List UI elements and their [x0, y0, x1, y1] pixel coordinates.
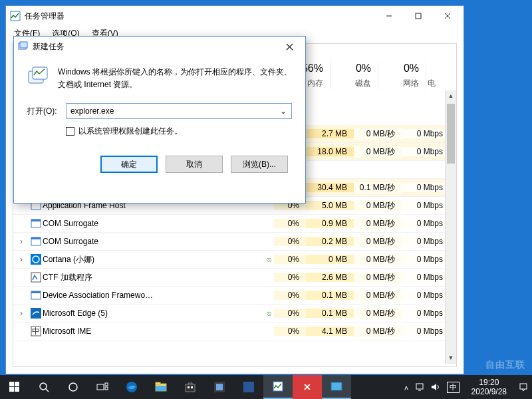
disk-cell: 0 MB/秒 [354, 308, 402, 319]
process-name: COM Surrogate [43, 237, 263, 246]
dialog-titlebar[interactable]: 新建任务 [14, 37, 305, 57]
minimize-button[interactable] [374, 7, 404, 25]
svg-rect-20 [20, 42, 27, 48]
chevron-down-icon[interactable]: ⌄ [278, 106, 289, 116]
svg-rect-15 [31, 291, 41, 293]
process-name: COM Surrogate [43, 219, 263, 228]
network-cell: 0 Mbps [402, 237, 450, 246]
svg-rect-45 [273, 382, 283, 391]
taskbar-taskmgr-icon[interactable] [263, 375, 293, 399]
process-icon [29, 308, 43, 319]
tray-notifications-icon[interactable] [519, 382, 528, 392]
search-button[interactable] [29, 375, 59, 399]
header-network[interactable]: 0% 网络 [378, 61, 426, 90]
scroll-down-icon[interactable]: ▼ [446, 352, 456, 364]
taskbar-explorer2-icon[interactable] [322, 375, 351, 399]
process-name: Microsoft Edge (5) [43, 309, 263, 318]
svg-rect-41 [191, 386, 193, 388]
svg-rect-50 [520, 384, 527, 389]
svg-line-30 [46, 389, 49, 392]
scroll-thumb[interactable] [447, 104, 455, 164]
process-icon [29, 236, 43, 247]
svg-rect-10 [31, 237, 41, 239]
network-cell: 0 Mbps [402, 309, 450, 318]
taskbar-close-app-icon[interactable]: ✕ [293, 375, 322, 399]
taskbar-app2-icon[interactable] [234, 375, 263, 399]
tray-ime-indicator[interactable]: 中 [447, 382, 460, 393]
network-cell: 0 Mbps [402, 147, 450, 156]
taskbar-store-icon[interactable] [176, 375, 205, 399]
tray-network-icon[interactable] [415, 382, 424, 392]
dialog-close-button[interactable] [275, 37, 304, 56]
leaf-icon: ⍉ [263, 309, 274, 318]
scroll-up-icon[interactable]: ▲ [446, 90, 456, 102]
network-cell: 0 Mbps [402, 327, 450, 336]
svg-rect-46 [331, 382, 342, 390]
network-cell: 0 Mbps [402, 291, 450, 300]
svg-rect-44 [243, 382, 254, 392]
table-row[interactable]: ›COM Surrogate0%0.2 MB0 MB/秒0 Mbps [13, 233, 450, 251]
process-name: CTF 加载程序 [43, 272, 263, 283]
table-row[interactable]: ›Cortana (小娜)⍉0%0 MB0 MB/秒0 Mbps [13, 251, 450, 269]
svg-rect-32 [97, 384, 104, 390]
network-cell: 0 Mbps [402, 201, 450, 210]
maximize-button[interactable] [404, 7, 433, 25]
tray-overflow-icon[interactable]: ʌ [404, 384, 408, 391]
start-button[interactable] [0, 375, 29, 399]
expand-icon[interactable]: › [13, 309, 29, 318]
disk-cell: 0 MB/秒 [354, 236, 402, 247]
header-power[interactable]: 电 [426, 61, 438, 90]
disk-cell: 0.1 MB/秒 [354, 182, 402, 194]
titlebar[interactable]: 任务管理器 [6, 6, 464, 26]
cortana-button[interactable] [59, 375, 88, 399]
expand-icon[interactable]: › [13, 237, 29, 246]
disk-cell: 0 MB/秒 [354, 200, 402, 211]
process-name: Device Association Framewo… [43, 291, 263, 300]
svg-rect-43 [216, 384, 223, 390]
tray-volume-icon[interactable] [431, 382, 440, 392]
process-name: Microsoft IME [43, 327, 263, 336]
memory-cell: 0.2 MB [306, 237, 354, 246]
memory-cell: 0.1 MB [306, 309, 354, 318]
svg-point-29 [40, 383, 47, 390]
svg-rect-34 [105, 387, 108, 390]
process-icon [29, 290, 43, 301]
memory-cell: 2.7 MB [306, 129, 354, 138]
browse-button[interactable]: 浏览(B)... [231, 156, 288, 173]
svg-rect-16 [31, 308, 41, 319]
leaf-icon: ⍉ [263, 255, 274, 264]
open-combobox[interactable]: ⌄ [66, 103, 292, 119]
table-row[interactable]: 中Microsoft IME0%4.1 MB0 MB/秒0 Mbps [13, 323, 450, 340]
memory-cell: 2.6 MB [306, 273, 354, 282]
admin-checkbox[interactable] [66, 127, 74, 136]
dialog-intro-text: Windows 将根据你所键入的名称，为你打开相应的程序、文件夹、文档或 Int… [58, 66, 292, 91]
disk-cell: 0 MB/秒 [354, 290, 402, 301]
table-row[interactable]: ›Microsoft Edge (5)⍉0%0.1 MB0 MB/秒0 Mbps [13, 305, 450, 323]
taskbar-edge-icon[interactable] [117, 375, 146, 399]
cancel-button[interactable]: 取消 [166, 156, 223, 173]
svg-rect-47 [416, 384, 423, 389]
table-row[interactable]: CTF 加载程序0%2.6 MB0 MB/秒0 Mbps [13, 269, 450, 287]
cpu-cell: 0% [274, 327, 306, 336]
taskbar-explorer-icon[interactable] [146, 375, 176, 399]
network-cell: 0 Mbps [402, 255, 450, 264]
new-task-dialog: 新建任务 Windows 将根据你所键入的名称，为你打开相应的程序、文件夹、文档… [13, 36, 306, 203]
table-row[interactable]: COM Surrogate0%0.9 MB0 MB/秒0 Mbps [13, 215, 450, 233]
memory-cell: 0.1 MB [306, 291, 354, 300]
tray-clock[interactable]: 19:20 2020/9/28 [466, 378, 512, 397]
svg-rect-0 [11, 11, 20, 21]
vertical-scrollbar[interactable]: ▲ ▼ [445, 90, 456, 364]
taskbar-app1-icon[interactable] [205, 375, 234, 399]
header-disk[interactable]: 0% 磁盘 [330, 61, 378, 90]
open-input[interactable] [70, 106, 278, 116]
taskview-button[interactable] [88, 375, 117, 399]
close-button[interactable] [433, 7, 462, 25]
open-label: 打开(O): [27, 106, 59, 117]
expand-icon[interactable]: › [13, 255, 29, 264]
run-large-icon [27, 66, 50, 88]
ok-button[interactable]: 确定 [100, 156, 158, 173]
run-dialog-icon [18, 41, 29, 52]
memory-cell: 0 MB [306, 255, 354, 264]
table-row[interactable]: Device Association Framewo…0%0.1 MB0 MB/… [13, 287, 450, 305]
process-icon [29, 218, 43, 229]
